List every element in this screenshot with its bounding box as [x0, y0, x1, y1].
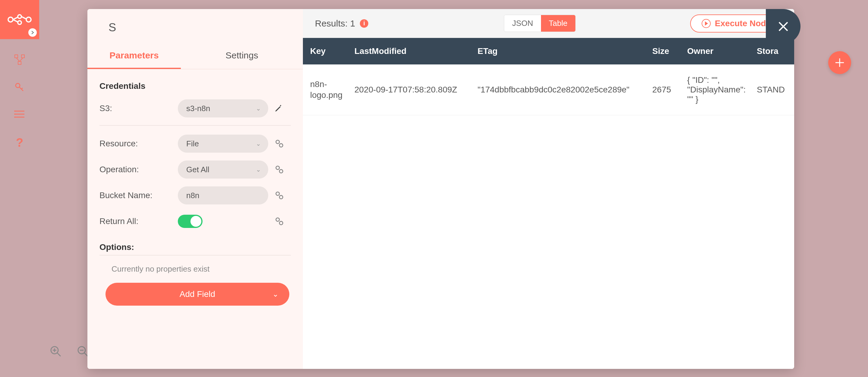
plus-icon — [834, 57, 845, 68]
svg-line-5 — [13, 20, 18, 22]
credential-s3-row: S3: s3-n8n ⌄ — [99, 99, 291, 117]
node-title: S — [87, 9, 303, 43]
svg-point-34 — [276, 192, 279, 196]
chevron-down-icon: ⌄ — [256, 166, 261, 173]
svg-point-3 — [26, 17, 31, 22]
cell-owner: { "ID": "", "DisplayName": "" } — [680, 64, 749, 115]
results-table: Key LastModified ETag Size Owner Stora n… — [303, 38, 794, 115]
app-sidebar: ? — [0, 0, 39, 377]
zoom-controls — [48, 344, 90, 359]
divider — [99, 255, 291, 255]
col-last-modified: LastModified — [347, 38, 470, 64]
svg-line-4 — [13, 17, 18, 20]
operation-settings-button[interactable] — [274, 164, 284, 175]
gear-icon — [274, 139, 284, 149]
zoom-in-button[interactable] — [48, 344, 63, 359]
cell-size: 2675 — [645, 64, 680, 115]
gear-icon — [274, 164, 284, 175]
chevron-right-icon — [30, 30, 35, 35]
svg-point-19 — [14, 113, 16, 115]
chevron-down-icon: ⌄ — [256, 105, 261, 112]
svg-point-33 — [279, 170, 283, 173]
close-icon — [777, 20, 790, 33]
credential-s3-select[interactable]: s3-n8n ⌄ — [178, 99, 268, 117]
col-size: Size — [645, 38, 680, 64]
return-all-toggle[interactable] — [178, 215, 203, 228]
sidebar-workflows-icon[interactable] — [14, 54, 25, 67]
panel-tabs: Parameters Settings — [87, 43, 303, 69]
return-all-settings-button[interactable] — [274, 216, 284, 227]
table-row[interactable]: n8n-logo.png 2020-09-17T07:58:20.809Z "1… — [303, 64, 794, 115]
credentials-heading: Credentials — [99, 81, 291, 91]
svg-point-32 — [276, 166, 279, 170]
credential-edit-button[interactable] — [274, 104, 283, 113]
tab-settings[interactable]: Settings — [181, 43, 303, 69]
resource-row: Resource: File ⌄ — [99, 135, 291, 153]
info-icon[interactable]: i — [360, 19, 368, 28]
svg-rect-7 — [15, 55, 18, 58]
pencil-icon — [274, 104, 283, 113]
node-editor-modal: S Parameters Settings Credentials S3: s3… — [87, 9, 794, 369]
credential-s3-value: s3-n8n — [186, 104, 210, 113]
bucket-name-row: Bucket Name: n8n — [99, 186, 291, 204]
tab-parameters[interactable]: Parameters — [87, 43, 181, 69]
operation-row: Operation: Get All ⌄ — [99, 161, 291, 178]
svg-point-20 — [14, 116, 16, 118]
cell-etag: "174dbbfbcabb9dc0c2e82002e5ce289e" — [470, 64, 645, 115]
panel-content: Credentials S3: s3-n8n ⌄ Resource: File … — [87, 69, 303, 369]
resource-select[interactable]: File ⌄ — [178, 135, 268, 153]
view-toggle: JSON Table — [504, 15, 576, 32]
cell-storage: STAND — [749, 64, 794, 115]
options-heading: Options: — [99, 242, 291, 252]
view-table-button[interactable]: Table — [541, 15, 575, 32]
cell-key: n8n-logo.png — [303, 64, 347, 115]
execute-label: Execute Node — [715, 19, 771, 28]
gear-icon — [274, 190, 284, 201]
sidebar-credentials-icon[interactable] — [15, 82, 24, 95]
logo[interactable] — [0, 0, 39, 39]
options-empty-text: Currently no properties exist — [99, 264, 291, 274]
svg-point-18 — [14, 110, 16, 112]
svg-point-2 — [18, 21, 22, 24]
chevron-down-icon: ⌄ — [273, 290, 278, 299]
gear-icon — [274, 216, 284, 227]
view-json-button[interactable]: JSON — [504, 15, 541, 32]
svg-point-31 — [279, 144, 283, 147]
results-table-wrap[interactable]: Key LastModified ETag Size Owner Stora n… — [303, 38, 794, 369]
add-field-button[interactable]: Add Field ⌄ — [105, 283, 289, 306]
svg-point-0 — [8, 17, 13, 22]
bucket-name-input[interactable]: n8n — [178, 186, 268, 204]
operation-value: Get All — [186, 165, 210, 174]
bucket-name-value: n8n — [186, 191, 199, 200]
add-field-label: Add Field — [180, 289, 215, 299]
sidebar-help-icon[interactable]: ? — [16, 136, 23, 149]
sidebar-executions-icon[interactable] — [14, 110, 25, 121]
close-button[interactable] — [766, 9, 801, 44]
resource-settings-button[interactable] — [274, 139, 284, 149]
table-header-row: Key LastModified ETag Size Owner Stora — [303, 38, 794, 64]
svg-point-30 — [276, 140, 279, 144]
sidebar-collapse-button[interactable] — [28, 28, 37, 37]
add-node-button[interactable] — [828, 51, 851, 74]
results-label: Results: 1 — [315, 19, 355, 29]
results-panel: Results: 1 i JSON Table Execute Node Key… — [303, 9, 794, 369]
svg-line-10 — [16, 58, 20, 61]
results-count: Results: 1 i — [315, 19, 368, 29]
svg-line-11 — [20, 58, 23, 61]
svg-point-12 — [16, 83, 20, 88]
svg-point-1 — [18, 15, 22, 19]
bucket-settings-button[interactable] — [274, 190, 284, 201]
cell-last-modified: 2020-09-17T07:58:20.809Z — [347, 64, 470, 115]
svg-point-36 — [276, 218, 279, 221]
results-header: Results: 1 i JSON Table Execute Node — [303, 9, 794, 38]
return-all-row: Return All: — [99, 212, 291, 230]
n8n-logo-icon — [7, 13, 32, 26]
return-all-label: Return All: — [99, 216, 178, 226]
resource-label: Resource: — [99, 139, 178, 148]
svg-line-22 — [57, 353, 61, 356]
svg-line-6 — [22, 16, 26, 19]
svg-line-14 — [22, 88, 23, 89]
svg-point-37 — [279, 221, 283, 225]
operation-select[interactable]: Get All ⌄ — [178, 161, 268, 178]
toggle-knob — [190, 216, 201, 227]
